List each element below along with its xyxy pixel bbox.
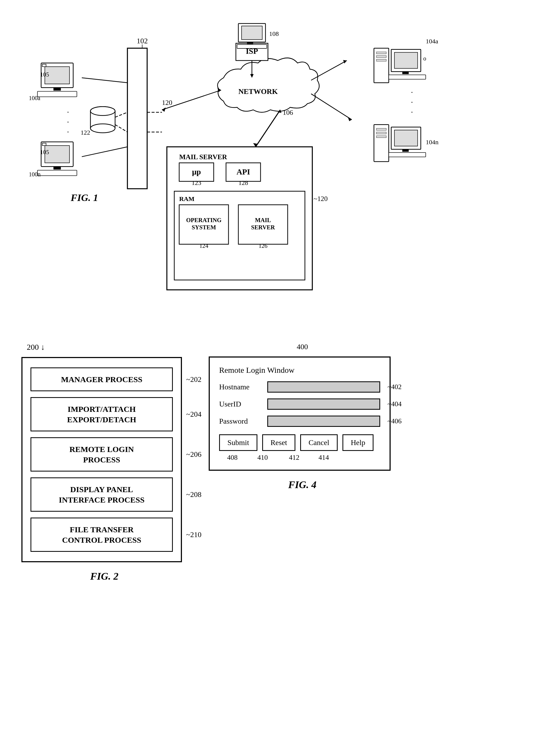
password-ref: ~406 — [387, 417, 402, 425]
hostname-input[interactable] — [267, 381, 380, 393]
svg-point-20 — [90, 107, 115, 115]
process-ref-202: ~202 — [186, 374, 201, 384]
fig2-outer-box: MANAGER PROCESS ~202 IMPORT/ATTACH EXPOR… — [21, 357, 182, 562]
svg-text:RAM: RAM — [179, 195, 195, 202]
svg-line-34 — [162, 90, 221, 110]
svg-rect-79 — [179, 163, 214, 181]
svg-rect-14 — [45, 146, 70, 163]
userid-label: UserID — [219, 400, 267, 408]
fig1-diagram: 102 105 100a · · · 105 — [21, 16, 524, 332]
hostname-ref: ~402 — [387, 383, 402, 391]
svg-text:NETWORK: NETWORK — [238, 87, 278, 96]
svg-rect-60 — [394, 52, 418, 69]
svg-rect-40 — [238, 24, 265, 42]
svg-text:SERVER: SERVER — [251, 224, 275, 231]
hostname-field-row: Hostname ~402 — [219, 381, 380, 393]
svg-rect-43 — [237, 44, 267, 48]
password-label: Password — [219, 417, 267, 426]
svg-text:MAIL: MAIL — [255, 217, 271, 223]
svg-rect-71 — [376, 136, 386, 138]
svg-rect-59 — [391, 50, 421, 72]
svg-text:104a: 104a — [426, 38, 438, 45]
userid-field-row: UserID ~404 — [219, 398, 380, 410]
svg-line-30 — [115, 125, 127, 132]
svg-rect-87 — [179, 205, 228, 244]
help-button[interactable]: Help — [342, 434, 374, 451]
fig2-label: FIG. 2 — [21, 570, 187, 582]
svg-rect-38 — [236, 43, 268, 61]
svg-marker-46 — [250, 74, 254, 78]
fig4-ref-400: 400 — [209, 343, 396, 351]
svg-text:126: 126 — [258, 242, 267, 249]
svg-line-29 — [115, 112, 127, 117]
svg-rect-7 — [42, 64, 46, 67]
password-field-row: Password ~406 — [219, 416, 380, 427]
svg-text:124: 124 — [199, 242, 208, 249]
process-file-transfer: FILE TRANSFERCONTROL PROCESS ~210 — [31, 518, 173, 552]
svg-text:μp: μp — [192, 168, 201, 176]
svg-rect-6 — [37, 91, 77, 97]
svg-text:·: · — [411, 108, 413, 116]
svg-text:API: API — [237, 168, 250, 176]
svg-rect-13 — [41, 142, 73, 166]
svg-text:104n: 104n — [426, 139, 439, 146]
process-manager: MANAGER PROCESS ~202 — [31, 367, 173, 391]
button-refs-row: 408 410 412 414 — [219, 454, 380, 462]
bottom-figures: 200 ↓ MANAGER PROCESS ~202 IMPORT/ATTACH… — [21, 343, 524, 582]
svg-line-27 — [82, 78, 127, 83]
svg-line-47 — [311, 60, 347, 80]
svg-rect-3 — [41, 63, 73, 88]
svg-rect-15 — [54, 166, 61, 169]
svg-marker-51 — [278, 110, 281, 113]
svg-marker-48 — [343, 60, 347, 63]
svg-line-52 — [311, 94, 352, 120]
svg-text:OPERATING: OPERATING — [186, 217, 222, 223]
svg-text:o: o — [423, 55, 426, 62]
svg-rect-62 — [389, 75, 426, 79]
svg-text:ISP: ISP — [246, 47, 258, 55]
process-import: IMPORT/ATTACH EXPORT/DETACH ~204 — [31, 397, 173, 431]
svg-rect-58 — [376, 59, 386, 61]
svg-rect-0 — [127, 48, 147, 189]
svg-rect-5 — [54, 88, 61, 90]
svg-text:128: 128 — [238, 179, 248, 186]
svg-text:·: · — [411, 98, 413, 107]
cancel-button[interactable]: Cancel — [300, 434, 338, 451]
svg-line-49 — [256, 110, 280, 147]
svg-rect-21 — [90, 111, 115, 128]
password-input[interactable] — [267, 416, 380, 427]
svg-rect-55 — [374, 48, 389, 83]
svg-rect-41 — [242, 26, 262, 40]
svg-rect-72 — [391, 127, 421, 149]
svg-text:SYSTEM: SYSTEM — [192, 224, 216, 231]
svg-rect-69 — [376, 128, 386, 130]
svg-marker-53 — [348, 118, 352, 121]
svg-text:·: · — [67, 118, 69, 126]
svg-text:100a: 100a — [29, 95, 40, 101]
reset-button[interactable]: Reset — [262, 434, 295, 451]
svg-rect-74 — [402, 149, 409, 152]
cancel-ref: 412 — [280, 454, 308, 462]
svg-text:~120: ~120 — [314, 195, 328, 203]
svg-rect-16 — [37, 170, 77, 176]
page: 102 105 100a · · · 105 — [0, 0, 545, 756]
svg-rect-91 — [238, 205, 288, 244]
svg-line-28 — [82, 147, 127, 157]
fig4-diagram: 400 Remote Login Window Hostname ~402 Us… — [209, 343, 396, 491]
svg-text:122: 122 — [81, 129, 90, 136]
svg-rect-82 — [226, 163, 261, 181]
svg-marker-36 — [162, 107, 166, 112]
submit-button[interactable]: Submit — [219, 434, 257, 451]
svg-text:120: 120 — [162, 99, 172, 107]
svg-text:FIG. 1: FIG. 1 — [70, 192, 98, 203]
remote-login-box: Remote Login Window Hostname ~402 UserID — [209, 356, 391, 471]
process-ref-206: ~206 — [186, 450, 201, 459]
svg-rect-57 — [376, 56, 386, 58]
userid-input[interactable] — [267, 398, 380, 410]
help-ref: 414 — [313, 454, 334, 462]
svg-rect-4 — [45, 67, 70, 84]
fig2-diagram: 200 ↓ MANAGER PROCESS ~202 IMPORT/ATTACH… — [21, 343, 187, 582]
svg-text:123: 123 — [192, 179, 201, 186]
svg-text:·: · — [411, 88, 413, 97]
svg-rect-77 — [167, 147, 312, 290]
